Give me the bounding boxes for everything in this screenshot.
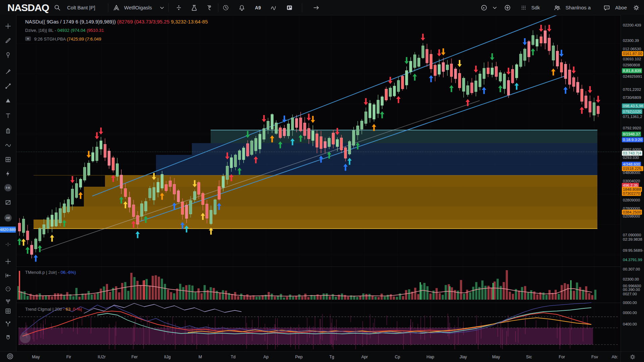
dots-icon[interactable] xyxy=(0,239,16,251)
fraction-icon[interactable] xyxy=(175,0,182,15)
time-axis[interactable]: MayFirIU2rFerIlJgMTdApPepTgAprCpHapJlayM… xyxy=(0,351,644,362)
brush-icon[interactable] xyxy=(0,66,16,78)
price-label: 071,1361,2 xyxy=(622,114,643,119)
price-scale[interactable]: 02200.43902300.39012.065300161.87.000369… xyxy=(621,15,644,351)
ae-tool-icon[interactable]: AE xyxy=(0,212,16,224)
search-icon[interactable] xyxy=(54,0,61,15)
symbol-title[interactable]: NASDu(( 9Gas / 1749 6 (9,149.9)9,989)) xyxy=(25,19,116,24)
clock-icon[interactable] xyxy=(222,0,229,15)
time-label: Fir xyxy=(66,352,71,362)
measure-icon[interactable] xyxy=(0,154,16,166)
pin-icon[interactable] xyxy=(0,49,16,61)
price-label: 04.3791.99 xyxy=(622,257,643,262)
range-tool-icon: I·A xyxy=(4,184,12,191)
search-label[interactable]: Colt Bant |P] xyxy=(67,0,95,15)
share-label[interactable]: Shanlnos a xyxy=(566,0,591,15)
chart-canvas[interactable] xyxy=(0,0,644,362)
legend-line-3[interactable]: 9:26 STGH,PBA (7425:89 (7:6.049 xyxy=(25,35,208,44)
toolbar-divider xyxy=(218,3,218,12)
time-label: M xyxy=(199,352,202,362)
time-label: Ap xyxy=(263,352,268,362)
price-label: 02200.439 xyxy=(622,23,642,28)
indicator-thumbnail-icon xyxy=(25,37,31,41)
squiggle-icon[interactable] xyxy=(270,0,277,15)
volume-title[interactable]: TMeno8.p | 2oir| xyxy=(25,270,57,275)
price-label: 04808000. xyxy=(622,170,642,175)
symbol-logo-icon[interactable] xyxy=(113,0,120,15)
price-label: 0792)1020 xyxy=(622,109,642,114)
legend-value: (82769 xyxy=(117,19,133,24)
legend-line-1[interactable]: NASDu(( 9Gas / 1749 6 (9,149.9)9,989)) (… xyxy=(25,17,208,26)
plus-circle-icon[interactable] xyxy=(504,0,511,15)
font-size-button[interactable]: A9 xyxy=(255,0,261,15)
time-label: Fsv xyxy=(591,352,598,362)
time-label: Pep xyxy=(295,352,303,362)
trendline-icon[interactable] xyxy=(0,80,16,92)
ornate-icon[interactable] xyxy=(205,0,213,15)
price-label: 07302270 xyxy=(622,191,641,196)
legend-line-2[interactable]: Dzive, |16)| BL - 04932 (974.04 (9510.31 xyxy=(25,26,208,35)
box-diagonal-icon[interactable] xyxy=(0,196,16,208)
plus-tool-icon[interactable] xyxy=(0,255,16,267)
price-label: 0730/6809 xyxy=(622,95,642,100)
about-label[interactable]: Aboe xyxy=(615,0,627,15)
crosshair-icon[interactable] xyxy=(0,20,16,32)
grid-tool-icon[interactable] xyxy=(0,305,16,317)
price-label: 0.18.9.3:20 xyxy=(622,137,643,142)
axis-settings-corner[interactable] xyxy=(621,351,644,362)
ae-tool-icon: AE xyxy=(4,214,12,222)
arrow-bar-icon[interactable] xyxy=(0,269,16,282)
price-label: 0027.00 xyxy=(622,292,638,297)
shapes-icon[interactable] xyxy=(0,95,16,107)
building-icon[interactable] xyxy=(0,125,16,137)
panel-icon[interactable] xyxy=(286,0,293,15)
price-label: 02300.00 xyxy=(622,277,640,282)
trend-legend[interactable]: Trend Clgmal | 20tl - 63 .0-%| xyxy=(25,307,82,312)
volume-legend[interactable]: TMeno8.p | 2oir| - 06.-6%) xyxy=(25,270,76,275)
zap-icon[interactable] xyxy=(0,168,16,180)
time-label: Sic xyxy=(526,352,532,362)
snapshot-icon[interactable] xyxy=(480,0,488,15)
price-label: 8/1948.37 xyxy=(622,132,641,137)
time-label: For xyxy=(559,352,565,362)
price-label: 8,81,8,839 xyxy=(622,68,642,73)
price-label: 0000.00 xyxy=(622,300,638,305)
bell-icon[interactable] xyxy=(238,0,246,15)
trend-value: 63 xyxy=(66,307,70,312)
left-price-badge: 4820:889 xyxy=(0,227,16,233)
wave-icon[interactable] xyxy=(0,139,16,151)
price-label: 02:39.9838 xyxy=(622,237,643,242)
price-label: 0161.87.00 xyxy=(622,51,643,56)
time-label: Ab: xyxy=(612,352,618,362)
layout-grid-icon[interactable] xyxy=(520,0,527,15)
arrow-right-icon[interactable] xyxy=(313,0,320,15)
chat-icon[interactable] xyxy=(603,0,610,15)
range-tool-icon[interactable]: I·A xyxy=(0,182,16,194)
symbol-label[interactable]: WetllOigasls xyxy=(124,0,152,15)
legend-value: (7425:89 (7:6.049 xyxy=(67,37,101,42)
fork-icon[interactable] xyxy=(0,318,16,330)
volume-bars xyxy=(17,270,596,300)
gear-icon[interactable] xyxy=(633,0,640,15)
topbar: NASDAQColt Bant |P]WetllOigaslsA9SdkShan… xyxy=(0,0,644,15)
indicator-title[interactable]: 9:26 STGH,PBA xyxy=(34,37,66,42)
target-icon[interactable] xyxy=(6,352,14,362)
users-icon[interactable] xyxy=(553,0,561,15)
chevron-down-icon[interactable] xyxy=(491,0,498,15)
magnet-icon[interactable] xyxy=(0,332,16,344)
text-tool-icon[interactable] xyxy=(0,110,16,122)
sdk-label[interactable]: Sdk xyxy=(531,0,540,15)
gear-icon xyxy=(629,353,636,361)
flask-icon[interactable] xyxy=(191,0,198,15)
legend-value: (043.73/3;95.25 xyxy=(134,19,169,24)
price-label: 02300.39 xyxy=(622,38,640,43)
price-label: 0701,2202 xyxy=(622,87,642,92)
gear-face-icon[interactable] xyxy=(0,283,16,295)
legend-value: (9510.31 xyxy=(87,28,104,33)
indicator-title[interactable]: Dzive, |16)| BL - xyxy=(25,28,56,33)
pencil-icon[interactable] xyxy=(0,35,16,47)
chevron-down-icon[interactable] xyxy=(158,0,166,15)
toolbar-divider xyxy=(302,3,302,12)
time-label: May xyxy=(492,352,500,362)
trend-title[interactable]: Trend Clgmal | 20tl xyxy=(25,307,62,312)
